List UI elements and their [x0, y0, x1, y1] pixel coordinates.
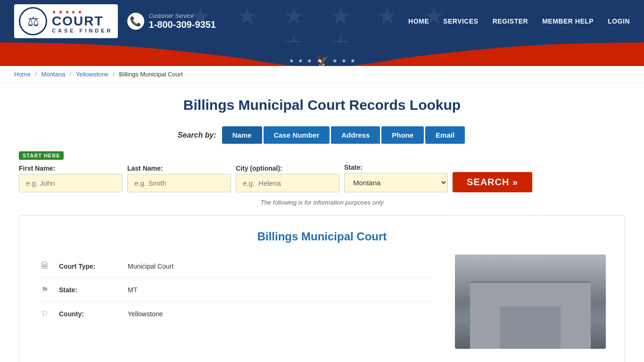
cs-label: Customer Service — [149, 13, 216, 19]
star-right-3: ★ — [350, 58, 355, 64]
tab-email[interactable]: Email — [425, 126, 465, 144]
tab-case-number[interactable]: Case Number — [264, 126, 330, 144]
county-label-row: County: — [59, 310, 120, 318]
customer-service: 📞 Customer Service 1-800-309-9351 — [127, 13, 216, 30]
nav-register[interactable]: REGISTER — [493, 17, 528, 25]
city-input[interactable] — [236, 174, 339, 192]
logo-box: ⚖ ★ ★ ★ ★ ★ COURT CASE FINDER — [14, 4, 118, 38]
search-by-label: Search by: — [178, 131, 216, 140]
court-type-value: Municipal Court — [128, 263, 173, 270]
eagle-icon: 🦅 — [316, 55, 329, 67]
site-header: ★ ★ ★ ★ ★ ★ ★ ★ ⚖ ★ ★ ★ ★ ★ COURT CASE F… — [0, 0, 644, 42]
wave-wrapper: ★ ★ ★ 🦅 ★ ★ ★ — [0, 42, 644, 66]
breadcrumb-sep-3: / — [113, 71, 115, 78]
search-by-row: Search by: Name Case Number Address Phon… — [19, 126, 625, 144]
cs-phone-number: 1-800-309-9351 — [149, 19, 216, 30]
star-left-2: ★ — [298, 58, 303, 64]
state-group: State: Montana — [344, 164, 448, 192]
court-image — [455, 255, 606, 349]
main-nav: HOME SERVICES REGISTER MEMBER HELP LOGIN — [408, 17, 630, 25]
logo-text: ★ ★ ★ ★ ★ COURT CASE FINDER — [52, 9, 113, 33]
state-icon: ⚑ — [38, 285, 51, 295]
county-row: ⚐ County: Yellowstone — [38, 302, 436, 326]
star-left-3: ★ — [307, 58, 312, 64]
court-type-row: 🏛 Court Type: Municipal Court — [38, 255, 436, 278]
eagle-stars-row: ★ ★ ★ 🦅 ★ ★ ★ — [289, 55, 355, 67]
state-label: State: — [344, 164, 448, 171]
star-left-1: ★ — [289, 58, 294, 64]
first-name-group: First Name: — [19, 165, 123, 192]
cs-phone-icon: 📞 — [127, 13, 144, 30]
main-content: Billings Municipal Court Records Lookup … — [0, 83, 644, 362]
breadcrumb-county[interactable]: Yellowstone — [76, 71, 108, 78]
state-label-row: State: — [59, 286, 120, 294]
form-container: START HERE First Name: Last Name: City (… — [19, 151, 625, 192]
search-button[interactable]: SEARCH » — [453, 172, 532, 192]
breadcrumb: Home / Montana / Yellowstone / Billings … — [0, 66, 644, 83]
state-row: ⚑ State: MT — [38, 278, 436, 302]
court-card-inner: 🏛 Court Type: Municipal Court ⚑ State: M… — [38, 255, 606, 349]
breadcrumb-home[interactable]: Home — [14, 71, 31, 78]
info-note: The following is for information purpose… — [19, 199, 625, 206]
building-photo — [455, 255, 606, 349]
breadcrumb-sep-2: / — [70, 71, 72, 78]
court-type-icon: 🏛 — [38, 261, 51, 271]
logo-case-finder-label: CASE FINDER — [52, 28, 113, 33]
last-name-input[interactable] — [127, 174, 231, 192]
court-type-label: Court Type: — [59, 263, 120, 270]
court-card-title: Billings Municipal Court — [38, 230, 606, 243]
tab-address[interactable]: Address — [331, 126, 380, 144]
last-name-label: Last Name: — [127, 165, 231, 172]
star-right-2: ★ — [341, 58, 347, 64]
county-icon: ⚐ — [38, 309, 51, 319]
tab-phone[interactable]: Phone — [381, 126, 424, 144]
county-value: Yellowstone — [128, 310, 163, 318]
first-name-label: First Name: — [19, 165, 123, 172]
nav-login[interactable]: LOGIN — [608, 17, 630, 25]
court-card: Billings Municipal Court 🏛 Court Type: M… — [19, 215, 625, 362]
breadcrumb-current: Billings Municipal Court — [119, 71, 183, 78]
header-left: ⚖ ★ ★ ★ ★ ★ COURT CASE FINDER 📞 Customer… — [14, 4, 216, 38]
start-here-badge: START HERE — [19, 151, 64, 160]
search-form: First Name: Last Name: City (optional): … — [19, 164, 625, 192]
nav-home[interactable]: HOME — [408, 17, 429, 25]
state-value: MT — [128, 286, 137, 294]
eagle-decoration: ★ ★ ★ 🦅 ★ ★ ★ — [289, 55, 355, 67]
city-label: City (optional): — [236, 165, 339, 172]
star-right-1: ★ — [332, 58, 338, 64]
city-group: City (optional): — [236, 165, 339, 192]
state-select[interactable]: Montana — [344, 173, 448, 192]
tab-name[interactable]: Name — [222, 126, 262, 144]
court-details: 🏛 Court Type: Municipal Court ⚑ State: M… — [38, 255, 436, 349]
breadcrumb-sep-1: / — [35, 71, 37, 78]
breadcrumb-state[interactable]: Montana — [41, 71, 66, 78]
page-title: Billings Municipal Court Records Lookup — [19, 97, 625, 113]
nav-services[interactable]: SERVICES — [443, 17, 479, 25]
logo-emblem: ⚖ — [19, 7, 47, 35]
cs-text: Customer Service 1-800-309-9351 — [149, 13, 216, 30]
logo-court-label: COURT — [52, 15, 113, 28]
emblem-icon: ⚖ — [27, 14, 39, 29]
first-name-input[interactable] — [19, 174, 123, 192]
nav-member-help[interactable]: MEMBER HELP — [542, 17, 594, 25]
last-name-group: Last Name: — [127, 165, 231, 192]
